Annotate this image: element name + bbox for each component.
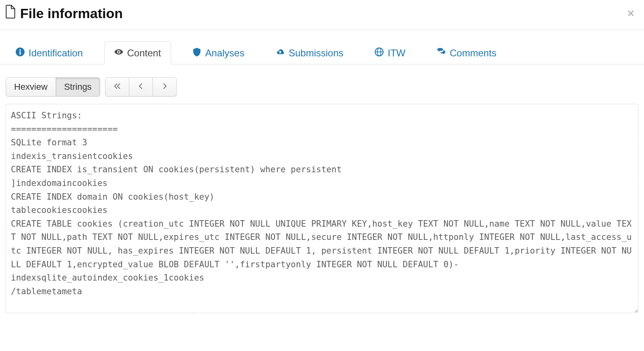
svg-rect-1 [20,51,21,54]
eye-icon [114,47,123,59]
page-prev-button[interactable] [129,77,153,97]
tab-label: Content [127,47,161,59]
page-title: File information [20,6,123,21]
info-icon [16,47,25,59]
tab-label: Submissions [289,47,343,59]
chevron-right-icon [161,82,168,92]
tab-submissions[interactable]: Submissions [266,41,353,64]
svg-point-2 [19,49,21,51]
hexview-button[interactable]: Hexview [6,77,56,97]
pager-group [105,77,177,97]
tab-identification[interactable]: Identification [6,41,93,64]
modal-header: File information × [0,0,644,30]
close-icon[interactable]: × [625,7,637,19]
tab-label: Identification [29,47,83,59]
comments-icon [437,47,446,59]
tab-analyses[interactable]: Analyses [182,41,254,64]
strings-output-text: ASCII Strings: ===================== SQL… [11,109,633,298]
strings-output-box[interactable]: ASCII Strings: ===================== SQL… [6,104,638,313]
tab-itw[interactable]: ITW [365,41,415,64]
globe-icon [375,47,384,59]
tab-content[interactable]: Content [104,41,171,64]
tabs-bar: Identification Content Analyses Submissi… [0,41,644,64]
file-icon [5,5,16,22]
tab-label: Analyses [205,47,244,59]
content-toolbar: Hexview Strings [0,64,644,97]
view-toggle-group: Hexview Strings [6,77,100,97]
button-label: Hexview [14,82,47,92]
button-label: Strings [64,82,91,92]
page-first-button[interactable] [105,77,129,97]
cloud-upload-icon [276,47,285,59]
page-next-button[interactable] [153,77,177,97]
tab-label: ITW [388,47,405,59]
tab-label: Comments [450,47,496,59]
chevron-left-icon [137,82,144,92]
shield-icon [192,47,201,59]
double-chevron-left-icon [114,82,121,92]
tab-comments[interactable]: Comments [427,41,506,64]
strings-button[interactable]: Strings [56,77,100,97]
modal-title-wrap: File information [5,5,123,22]
